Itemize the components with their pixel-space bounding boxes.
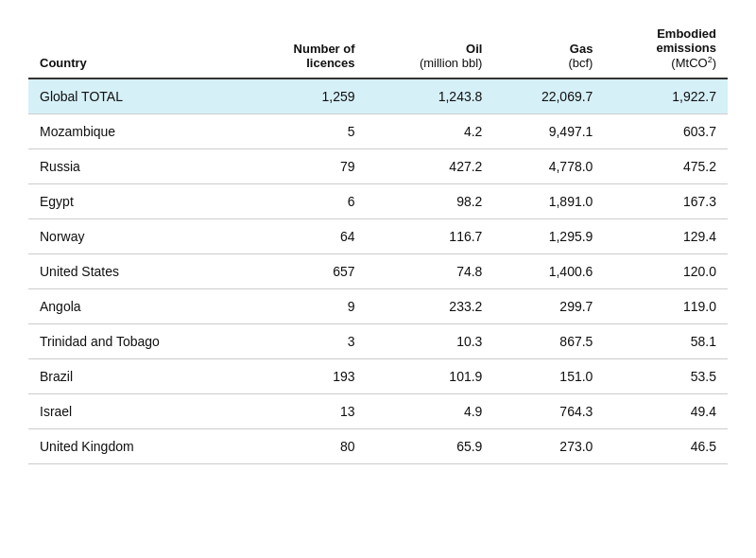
cell-country: Norway bbox=[28, 219, 241, 254]
cell-gas: 764.3 bbox=[493, 394, 604, 429]
data-table: Country Number oflicences Oil(million bb… bbox=[28, 19, 728, 464]
cell-embodied: 58.1 bbox=[604, 324, 728, 359]
cell-oil: 427.2 bbox=[367, 149, 494, 184]
cell-country: Brazil bbox=[28, 359, 241, 394]
cell-licences: 3 bbox=[241, 324, 367, 359]
table-row: Brazil193101.9151.053.5 bbox=[28, 359, 728, 394]
cell-oil: 4.2 bbox=[367, 114, 494, 149]
table-row: United States65774.81,400.6120.0 bbox=[28, 254, 728, 289]
cell-oil: 1,243.8 bbox=[367, 78, 494, 114]
cell-country: Trinidad and Tobago bbox=[28, 324, 241, 359]
table-row: Russia79427.24,778.0475.2 bbox=[28, 149, 728, 184]
cell-licences: 193 bbox=[241, 359, 367, 394]
cell-embodied: 53.5 bbox=[604, 359, 728, 394]
cell-oil: 65.9 bbox=[367, 429, 494, 464]
cell-oil: 10.3 bbox=[367, 324, 494, 359]
table-row: United Kingdom8065.9273.046.5 bbox=[28, 429, 728, 464]
cell-oil: 116.7 bbox=[367, 219, 494, 254]
cell-embodied: 1,922.7 bbox=[604, 78, 728, 114]
table-row: Egypt698.21,891.0167.3 bbox=[28, 184, 728, 219]
cell-gas: 299.7 bbox=[493, 289, 604, 324]
header-embodied: Embodiedemissions(MtCO2) bbox=[604, 19, 728, 78]
cell-gas: 273.0 bbox=[493, 429, 604, 464]
cell-gas: 4,778.0 bbox=[493, 149, 604, 184]
cell-embodied: 49.4 bbox=[604, 394, 728, 429]
cell-country: Egypt bbox=[28, 184, 241, 219]
cell-licences: 80 bbox=[241, 429, 367, 464]
table-row: Norway64116.71,295.9129.4 bbox=[28, 219, 728, 254]
cell-embodied: 603.7 bbox=[604, 114, 728, 149]
table-row: Angola9233.2299.7119.0 bbox=[28, 289, 728, 324]
cell-country: Israel bbox=[28, 394, 241, 429]
cell-embodied: 119.0 bbox=[604, 289, 728, 324]
cell-embodied: 129.4 bbox=[604, 219, 728, 254]
cell-country: Mozambique bbox=[28, 114, 241, 149]
table-row: Israel134.9764.349.4 bbox=[28, 394, 728, 429]
cell-gas: 1,400.6 bbox=[493, 254, 604, 289]
cell-licences: 64 bbox=[241, 219, 367, 254]
cell-embodied: 167.3 bbox=[604, 184, 728, 219]
cell-licences: 9 bbox=[241, 289, 367, 324]
cell-gas: 151.0 bbox=[493, 359, 604, 394]
cell-country: United Kingdom bbox=[28, 429, 241, 464]
cell-oil: 4.9 bbox=[367, 394, 494, 429]
cell-licences: 13 bbox=[241, 394, 367, 429]
cell-embodied: 475.2 bbox=[604, 149, 728, 184]
cell-embodied: 46.5 bbox=[604, 429, 728, 464]
header-country: Country bbox=[28, 19, 241, 78]
cell-gas: 1,891.0 bbox=[493, 184, 604, 219]
header-licences: Number oflicences bbox=[241, 19, 367, 78]
table-row: Mozambique54.29,497.1603.7 bbox=[28, 114, 728, 149]
cell-gas: 867.5 bbox=[493, 324, 604, 359]
cell-licences: 5 bbox=[241, 114, 367, 149]
cell-licences: 657 bbox=[241, 254, 367, 289]
table-row: Trinidad and Tobago310.3867.558.1 bbox=[28, 324, 728, 359]
table-row: Global TOTAL1,2591,243.822,069.71,922.7 bbox=[28, 78, 728, 114]
cell-country: United States bbox=[28, 254, 241, 289]
cell-oil: 98.2 bbox=[367, 184, 494, 219]
cell-oil: 233.2 bbox=[367, 289, 494, 324]
header-row: Country Number oflicences Oil(million bb… bbox=[28, 19, 728, 78]
cell-country: Global TOTAL bbox=[28, 78, 241, 114]
cell-gas: 22,069.7 bbox=[493, 78, 604, 114]
header-gas: Gas(bcf) bbox=[493, 19, 604, 78]
header-oil: Oil(million bbl) bbox=[367, 19, 494, 78]
cell-licences: 1,259 bbox=[241, 78, 367, 114]
cell-gas: 9,497.1 bbox=[493, 114, 604, 149]
cell-country: Angola bbox=[28, 289, 241, 324]
cell-gas: 1,295.9 bbox=[493, 219, 604, 254]
cell-oil: 74.8 bbox=[367, 254, 494, 289]
cell-licences: 79 bbox=[241, 149, 367, 184]
cell-licences: 6 bbox=[241, 184, 367, 219]
cell-embodied: 120.0 bbox=[604, 254, 728, 289]
table-container: Country Number oflicences Oil(million bb… bbox=[28, 19, 728, 464]
cell-country: Russia bbox=[28, 149, 241, 184]
cell-oil: 101.9 bbox=[367, 359, 494, 394]
